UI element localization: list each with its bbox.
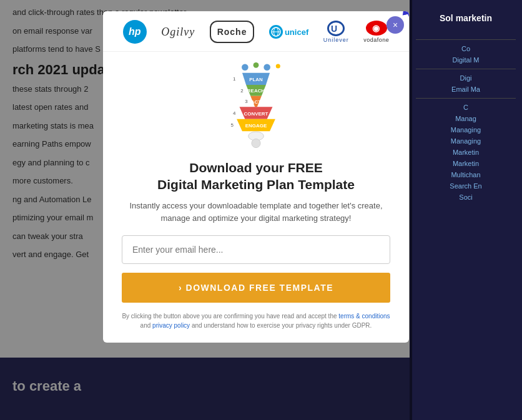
svg-point-9 <box>276 64 280 69</box>
close-button[interactable]: × <box>387 16 404 34</box>
sidebar-link-3[interactable]: Email Ma <box>416 85 516 93</box>
roche-logo: Roche <box>210 21 255 43</box>
email-input[interactable] <box>122 235 390 264</box>
svg-text:4: 4 <box>233 110 236 116</box>
svg-text:ACT: ACT <box>251 99 261 105</box>
legal-text: By clicking the button above you are con… <box>103 311 409 330</box>
unilever-logo: U Unilever <box>323 21 349 43</box>
funnel-svg: PLAN REACH ACT CONVERT ENGAGE 1 2 3 4 5 <box>200 62 312 155</box>
sidebar-link-9[interactable]: Marketin <box>416 160 516 167</box>
logo-bar: hp Ogilvy Roche unicef U Unil <box>103 11 409 52</box>
sidebar-divider-2 <box>416 69 516 69</box>
svg-text:ENGAGE: ENGAGE <box>245 123 267 129</box>
download-button[interactable]: › DOWNLOAD FREE TEMPLATE <box>122 273 390 303</box>
modal-subtitle: Instantly access your downloadable templ… <box>103 200 409 226</box>
svg-point-21 <box>252 139 260 148</box>
sidebar-link-12[interactable]: Soci <box>416 193 516 201</box>
svg-text:5: 5 <box>230 122 234 128</box>
hp-logo: hp <box>123 20 147 44</box>
svg-text:U: U <box>331 24 337 34</box>
sidebar-link-6[interactable]: Managing <box>416 126 516 134</box>
modal-dialog: hp Ogilvy Roche unicef U Unil <box>103 11 409 343</box>
svg-text:2: 2 <box>240 88 244 94</box>
svg-text:3: 3 <box>245 99 248 104</box>
terms-link[interactable]: terms & conditions <box>338 313 390 320</box>
sidebar-link-5[interactable]: Manag <box>416 115 516 122</box>
svg-point-8 <box>263 64 270 71</box>
sidebar-title: Sol marketin <box>416 6 516 34</box>
right-sidebar: Sol marketin Co Digital M Digi Email Ma … <box>410 0 522 420</box>
sidebar-link-2[interactable]: Digi <box>416 74 516 82</box>
privacy-link[interactable]: privacy policy <box>152 322 190 329</box>
email-input-wrap <box>122 235 390 264</box>
ogilvy-logo: Ogilvy <box>161 21 195 43</box>
svg-text:CONVERT: CONVERT <box>244 111 268 117</box>
svg-point-7 <box>254 62 259 68</box>
svg-text:1: 1 <box>233 76 236 82</box>
svg-text:◉: ◉ <box>372 23 380 33</box>
sidebar-divider-1 <box>416 39 516 40</box>
unicef-logo: unicef <box>269 21 308 43</box>
sidebar-link-4[interactable]: C <box>416 104 516 111</box>
sidebar-link-8[interactable]: Marketin <box>416 149 516 156</box>
modal-title: Download your FREE Digital Marketing Pla… <box>103 159 409 193</box>
vodafone-circle-icon: ◉ <box>366 21 387 36</box>
sidebar-link-10[interactable]: Multichan <box>416 171 516 178</box>
vodafone-logo: ◉ vodafone <box>363 21 389 43</box>
svg-text:REACH: REACH <box>247 88 265 94</box>
unicef-globe-icon <box>269 25 283 39</box>
svg-text:PLAN: PLAN <box>249 77 263 82</box>
sidebar-link-7[interactable]: Managing <box>416 137 516 145</box>
funnel-illustration: PLAN REACH ACT CONVERT ENGAGE 1 2 3 4 5 <box>103 52 409 159</box>
sidebar-divider-3 <box>416 98 516 99</box>
unilever-u-icon: U <box>327 21 345 36</box>
sidebar-link-1[interactable]: Digital M <box>416 56 516 64</box>
sidebar-link-0[interactable]: Co <box>416 45 516 52</box>
sidebar-link-11[interactable]: Search En <box>416 182 516 190</box>
svg-point-6 <box>242 64 249 71</box>
